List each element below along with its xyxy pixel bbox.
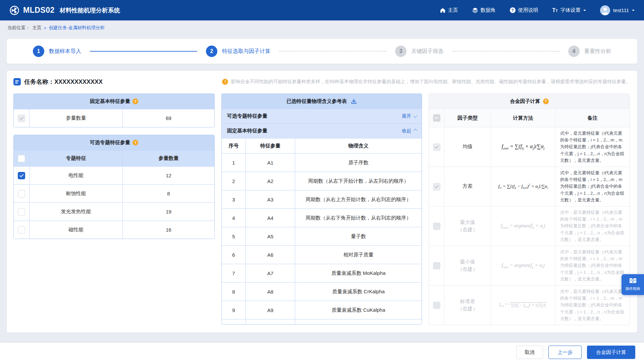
- collapse-toggle[interactable]: 收起: [402, 128, 416, 134]
- brand: MLDS02 材料性能机理分析系统: [9, 5, 120, 15]
- row-checkbox: [433, 302, 440, 309]
- cell-value: 8: [122, 185, 214, 202]
- formula-mean: favei = ∑(fij × αj)/∑αj: [502, 143, 545, 150]
- cell-value: 16: [122, 221, 214, 239]
- column-header: 计算方法: [491, 109, 555, 127]
- task-title: 任务名称：XXXXXXXXXXXX: [24, 78, 103, 86]
- step-3-label: 关键因子筛选: [411, 48, 443, 55]
- top-navbar: MLDS02 材料性能机理分析系统 主页 数据角 ? 使用说明 TT: [0, 0, 644, 20]
- download-icon[interactable]: [351, 98, 357, 104]
- cell-formula: fmaxi = argmax(fij × αj): [491, 206, 555, 246]
- calc-alloy-factor-button[interactable]: 合金因子计算: [587, 346, 635, 359]
- cell-param: A5: [246, 227, 295, 245]
- cell-meaning: 质量衰减系数 MoKalpha: [295, 264, 422, 282]
- step-connector-dotted: [452, 51, 559, 52]
- cell-param: A1: [246, 154, 295, 172]
- table-row: 3 A3 周期数（从右上方开始计数，从右到左的顺序）: [222, 190, 422, 208]
- section-label: 固定基本特征参量: [227, 128, 267, 134]
- cell-seq: 1: [222, 154, 246, 172]
- cell-param: A7: [246, 264, 295, 282]
- row-checkbox[interactable]: [18, 172, 25, 179]
- nav-data-corner[interactable]: 数据角: [472, 7, 496, 13]
- row-checkbox[interactable]: [18, 226, 25, 234]
- cell-seq: 5: [222, 227, 246, 245]
- cell-note: 式中，是元素特征量（i代表元素的各个特征量，i = 1，2,...m，m为特征量…: [555, 206, 630, 246]
- chevron-down-icon: [414, 114, 417, 117]
- cell-note: 式中，是元素特征量（i代表元素的各个特征量，i = 1，2,...m，m为特征量…: [555, 286, 630, 325]
- breadcrumb-prefix: 当前位置：: [7, 25, 30, 31]
- section-optional-params: 可选专题特征参量 展开: [222, 109, 422, 123]
- user-menu[interactable]: test111: [600, 5, 635, 15]
- column-header: 物理含义: [295, 138, 422, 153]
- help-icon[interactable]: ?: [132, 140, 138, 145]
- cell-label: 发光发热性能: [29, 203, 122, 221]
- cell-label: 电性能: [29, 167, 122, 184]
- chevron-up-icon: [414, 128, 417, 132]
- cell-param: A6: [246, 246, 295, 264]
- table-row: 7 A7 质量衰减系数 MoKalpha: [222, 264, 422, 282]
- row-checkbox[interactable]: [18, 208, 25, 216]
- fixed-params-title: 固定基本特征参量 ?: [14, 94, 214, 109]
- section-label: 可选专题特征参量: [227, 113, 267, 119]
- cell-checkbox: [14, 167, 29, 184]
- help-icon[interactable]: ?: [543, 99, 549, 104]
- step-2: 2 特征选取与因子计算: [206, 46, 270, 57]
- cell-meaning: 原子序数: [295, 154, 422, 172]
- row-checkbox[interactable]: [18, 190, 25, 197]
- cancel-button[interactable]: 取消: [516, 346, 543, 359]
- cell-meaning: 量子数: [295, 227, 422, 245]
- help-icon[interactable]: ?: [132, 99, 138, 104]
- main-panel: 任务名称：XXXXXXXXXXXX ! 影响合金不同性能的可能特征参量种类多样，…: [7, 71, 637, 333]
- step-connector-solid: [90, 51, 197, 52]
- cell-formula: fstdi = √∑[(fij − favei)2 × αj]/∑αj: [491, 286, 555, 325]
- nav-font-settings[interactable]: TT 字体设置: [552, 7, 586, 13]
- table-row: 发光发热性能 19: [14, 202, 214, 221]
- factor-panel-title-text: 合金因子计算: [510, 98, 540, 105]
- cell-formula: fmini = argmin(fij × αj): [491, 246, 555, 285]
- cell-checkbox: [14, 150, 29, 166]
- app-title: 材料性能机理分析系统: [60, 6, 120, 14]
- table-header-row: 序号 特征参量 物理含义: [222, 138, 422, 153]
- expand-toggle[interactable]: 展开: [402, 113, 416, 119]
- row-checkbox: [433, 262, 440, 269]
- notice-banner: ! 影响合金不同性能的可能特征参量种类多样，在69种基本物理化学特征参量的基础上…: [222, 79, 631, 85]
- cell-value: 12: [122, 167, 214, 184]
- fixed-params-checkbox: [18, 115, 25, 122]
- select-all-factors-checkbox: [433, 114, 440, 122]
- cell-checkbox: [429, 206, 444, 246]
- cell-factor-type: 标准差 （在建）: [444, 286, 491, 325]
- cell-param: A8: [246, 283, 295, 301]
- reference-panel-title-text: 已选特征量物理含义参考表: [286, 98, 347, 105]
- cell-checkbox: [14, 109, 29, 127]
- cell-checkbox: [14, 203, 29, 221]
- step-3: 3 关键因子筛选: [395, 46, 443, 57]
- prev-step-button[interactable]: 上一步: [548, 346, 582, 359]
- nav-help[interactable]: ? 使用说明: [510, 7, 538, 13]
- factor-row-std: 标准差 （在建） fstdi = √∑[(fij − favei)2 × αj]…: [429, 285, 630, 325]
- table-row: 4 A4 周期数（从右下角开始计数，从右到左的顺序）: [222, 208, 422, 227]
- cell-factor-type: 方差: [444, 167, 491, 206]
- step-2-number: 2: [206, 46, 217, 57]
- formula-max: fmaxi = argmax(fij × αj): [501, 223, 545, 229]
- cell-value: 19: [122, 203, 214, 221]
- font-icon: TT: [552, 7, 558, 13]
- select-all-checkbox[interactable]: [18, 155, 25, 162]
- step-4-label: 重要性分析: [584, 48, 611, 55]
- guide-button[interactable]: 操作指南: [622, 274, 644, 295]
- table-row: 1 A1 原子序数: [222, 153, 422, 172]
- task-row: 任务名称：XXXXXXXXXXXX ! 影响合金不同性能的可能特征参量种类多样，…: [13, 77, 631, 87]
- chevron-down-icon: [583, 10, 586, 12]
- cell-formula: fvi = ∑[(fij − favei)2 × αj]/∑αj: [491, 167, 555, 206]
- cell-note: 式中，是元素特征量（i代表元素的各个特征量，i = 1，2,...m，m为特征量…: [555, 127, 630, 167]
- step-4-number: 4: [568, 46, 580, 57]
- column-header: 备注: [555, 109, 630, 127]
- optional-params-table: 可选专题特征参量 ? 专题特征 参量数量 电性能 12: [13, 135, 215, 239]
- breadcrumb-current[interactable]: 创建任务-金属材料机理分析: [49, 25, 105, 31]
- nav-home[interactable]: 主页: [440, 7, 458, 13]
- row-checkbox: [433, 143, 440, 151]
- factor-panel-title: 合金因子计算 ?: [429, 94, 630, 109]
- breadcrumb-home[interactable]: 主页: [33, 25, 42, 31]
- cell-factor-type: 最大值 （在建）: [444, 206, 491, 246]
- cell-checkbox: [429, 246, 444, 285]
- cell-checkbox: [429, 127, 444, 167]
